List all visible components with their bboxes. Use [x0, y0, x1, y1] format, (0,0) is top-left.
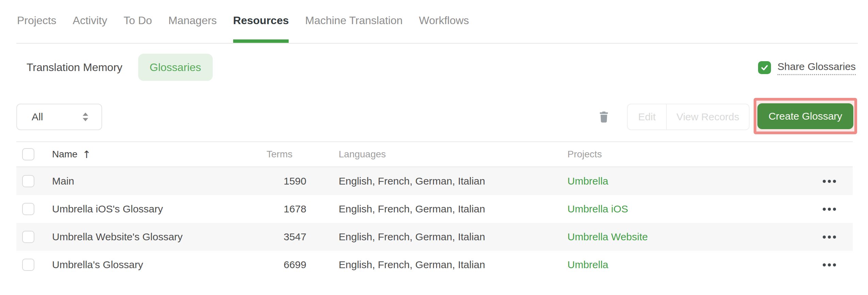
- share-glossaries-checkbox[interactable]: [758, 61, 771, 74]
- row-checkbox[interactable]: [22, 175, 34, 187]
- nav-item-resources[interactable]: Resources: [233, 14, 289, 43]
- glossary-filter-select[interactable]: All: [16, 104, 102, 130]
- create-glossary-highlight: Create Glossary: [754, 98, 857, 134]
- select-all-checkbox[interactable]: [22, 148, 34, 160]
- nav-item-todo[interactable]: To Do: [124, 14, 152, 43]
- delete-glossary-button[interactable]: [596, 109, 612, 125]
- table-row: Umbrella Website's Glossary 3547 English…: [16, 223, 853, 251]
- row-menu-button[interactable]: [819, 176, 839, 186]
- trash-icon: [598, 110, 610, 123]
- row-menu-button[interactable]: [819, 232, 839, 242]
- table-row: Main 1590 English, French, German, Itali…: [16, 167, 853, 195]
- column-header-name[interactable]: Name: [52, 149, 78, 160]
- row-menu-button[interactable]: [819, 260, 839, 270]
- subtab-glossaries[interactable]: Glossaries: [138, 54, 213, 81]
- glossary-name: Umbrella iOS's Glossary: [52, 203, 163, 215]
- glossary-terms-count: 6699: [267, 259, 306, 271]
- glossary-terms-count: 3547: [267, 231, 306, 243]
- column-header-terms[interactable]: Terms: [267, 149, 292, 159]
- glossary-name: Umbrella Website's Glossary: [52, 231, 183, 243]
- column-header-projects[interactable]: Projects: [567, 149, 602, 159]
- subtab-translation-memory[interactable]: Translation Memory: [16, 54, 133, 81]
- row-checkbox[interactable]: [22, 203, 34, 215]
- nav-item-machine-translation[interactable]: Machine Translation: [305, 14, 402, 43]
- glossary-languages: English, French, German, Italian: [339, 259, 485, 270]
- glossary-languages: English, French, German, Italian: [339, 231, 485, 242]
- project-link[interactable]: Umbrella iOS: [567, 203, 628, 214]
- top-nav: Projects Activity To Do Managers Resourc…: [17, 14, 469, 43]
- project-link[interactable]: Umbrella: [567, 175, 608, 187]
- ellipsis-icon: [823, 263, 826, 266]
- glossary-terms-count: 1678: [267, 203, 306, 215]
- share-glossaries-label: Share Glossaries: [777, 60, 856, 75]
- sort-asc-icon[interactable]: ↑: [82, 149, 91, 160]
- ellipsis-icon: [823, 236, 826, 239]
- nav-item-activity[interactable]: Activity: [73, 14, 107, 43]
- glossary-terms-count: 1590: [267, 175, 306, 187]
- view-records-button[interactable]: View Records: [667, 104, 749, 129]
- table-row: Umbrella's Glossary 6699 English, French…: [16, 251, 853, 279]
- row-menu-button[interactable]: [819, 204, 839, 214]
- nav-item-resources-label: Resources: [233, 14, 289, 27]
- resource-subtabs: Translation Memory Glossaries: [16, 54, 213, 81]
- table-row: Umbrella iOS's Glossary 1678 English, Fr…: [16, 195, 853, 223]
- checkmark-icon: [760, 63, 769, 72]
- nav-divider: [16, 43, 858, 44]
- glossary-name: Main: [52, 175, 74, 187]
- filter-selected-value: All: [32, 104, 43, 129]
- glossaries-table: Name ↑ Terms Languages Projects Main 159…: [16, 141, 853, 279]
- table-header-row: Name ↑ Terms Languages Projects: [16, 142, 853, 167]
- ellipsis-icon: [823, 208, 826, 211]
- nav-item-managers[interactable]: Managers: [168, 14, 217, 43]
- glossary-name: Umbrella's Glossary: [52, 259, 143, 271]
- ellipsis-icon: [823, 180, 826, 183]
- row-checkbox[interactable]: [22, 231, 34, 243]
- glossary-languages: English, French, German, Italian: [339, 175, 485, 187]
- glossary-languages: English, French, German, Italian: [339, 203, 485, 214]
- project-link[interactable]: Umbrella Website: [567, 231, 648, 242]
- glossaries-page: Projects Activity To Do Managers Resourc…: [0, 0, 868, 295]
- edit-button[interactable]: Edit: [628, 104, 666, 129]
- project-link[interactable]: Umbrella: [567, 259, 608, 270]
- create-glossary-button[interactable]: Create Glossary: [757, 103, 853, 129]
- column-header-languages[interactable]: Languages: [339, 149, 386, 159]
- selection-actions-group: Edit View Records: [627, 104, 750, 130]
- select-caret-icon: [82, 112, 89, 122]
- share-glossaries-toggle[interactable]: Share Glossaries: [758, 60, 856, 75]
- nav-item-projects[interactable]: Projects: [17, 14, 57, 43]
- nav-item-workflows[interactable]: Workflows: [419, 14, 469, 43]
- row-checkbox[interactable]: [22, 259, 34, 271]
- active-tab-underline: [233, 39, 289, 43]
